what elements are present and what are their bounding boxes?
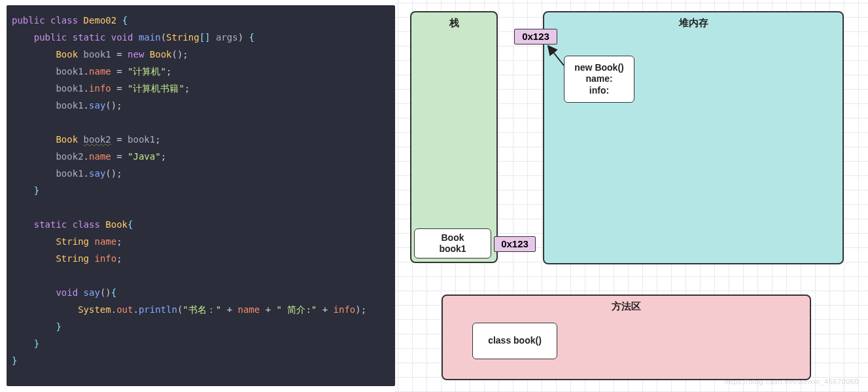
svg-line-0 <box>548 46 564 65</box>
method-area-class-book: class book() <box>472 323 557 359</box>
watermark: https://blog.csdn.net/weixin_45670060 <box>724 378 859 385</box>
method-area-title: 方法区 <box>442 300 811 313</box>
method-class-text: class book() <box>476 335 554 347</box>
